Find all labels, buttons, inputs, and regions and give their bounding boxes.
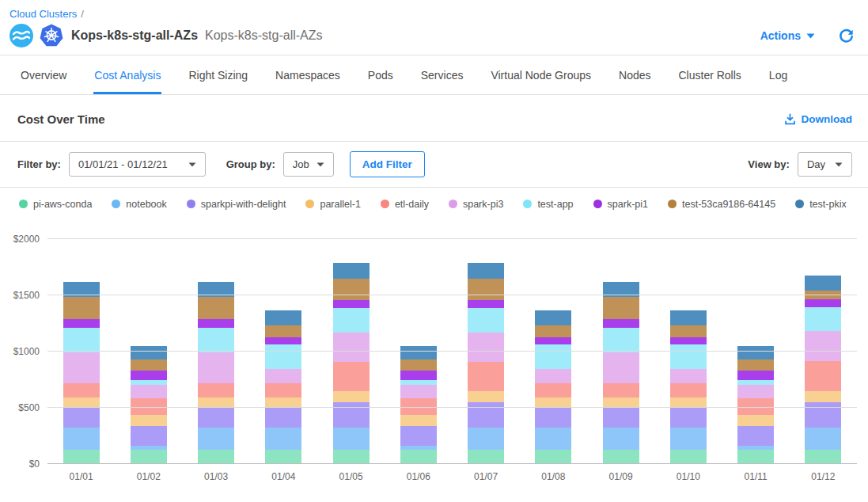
bar-segment-parallel-1[interactable] bbox=[333, 391, 370, 401]
bar-segment-spark-pi1[interactable] bbox=[400, 371, 437, 380]
legend-item-pi-aws-conda[interactable]: pi-aws-conda bbox=[19, 199, 92, 210]
bar-segment-spark-pi3[interactable] bbox=[400, 385, 437, 398]
bar-segment-notebook[interactable] bbox=[670, 428, 707, 450]
bar-segment-notebook[interactable] bbox=[535, 428, 571, 450]
bar-segment-etl-daily[interactable] bbox=[333, 362, 370, 392]
bar-segment-test-53ca9186-64145[interactable] bbox=[265, 325, 301, 337]
stacked-bar-01/11[interactable] bbox=[737, 346, 774, 464]
bar-segment-test-53ca9186-64145[interactable] bbox=[603, 297, 639, 319]
bar-segment-test-53ca9186-64145[interactable] bbox=[400, 359, 437, 370]
bar-segment-test-53ca9186-64145[interactable] bbox=[198, 297, 234, 319]
bar-segment-parallel-1[interactable] bbox=[535, 397, 571, 407]
add-filter-button[interactable]: Add Filter bbox=[350, 151, 425, 177]
bar-segment-test-app[interactable] bbox=[333, 308, 370, 333]
bar-segment-parallel-1[interactable] bbox=[265, 397, 301, 407]
stacked-bar-01/01[interactable] bbox=[63, 282, 100, 464]
bar-segment-spark-pi3[interactable] bbox=[131, 385, 167, 398]
bar-segment-spark-pi1[interactable] bbox=[131, 371, 167, 380]
tab-services[interactable]: Services bbox=[420, 55, 464, 94]
tab-right-sizing[interactable]: Right Sizing bbox=[188, 55, 248, 94]
bar-segment-test-pkix[interactable] bbox=[131, 346, 167, 359]
bar-segment-etl-daily[interactable] bbox=[805, 361, 841, 391]
tab-overview[interactable]: Overview bbox=[20, 55, 67, 94]
bar-segment-spark-pi3[interactable] bbox=[737, 385, 774, 398]
legend-item-notebook[interactable]: notebook bbox=[112, 199, 166, 210]
bar-segment-spark-pi3[interactable] bbox=[670, 369, 707, 383]
bar-segment-test-53ca9186-64145[interactable] bbox=[63, 297, 100, 319]
bar-segment-notebook[interactable] bbox=[198, 428, 234, 450]
bar-segment-test-app[interactable] bbox=[805, 307, 841, 332]
bar-segment-spark-pi1[interactable] bbox=[198, 319, 234, 328]
bar-segment-notebook[interactable] bbox=[468, 428, 504, 450]
bar-segment-pi-aws-conda[interactable] bbox=[63, 450, 100, 464]
legend-item-parallel-1[interactable]: parallel-1 bbox=[305, 199, 360, 210]
legend-item-spark-pi3[interactable]: spark-pi3 bbox=[449, 199, 503, 210]
download-button[interactable]: Download bbox=[784, 113, 853, 125]
legend-item-sparkpi-with-delight[interactable]: sparkpi-with-delight bbox=[187, 199, 286, 210]
bar-segment-notebook[interactable] bbox=[603, 428, 639, 450]
bar-segment-parallel-1[interactable] bbox=[805, 391, 841, 402]
bar-segment-test-pkix[interactable] bbox=[805, 276, 841, 290]
bar-segment-pi-aws-conda[interactable] bbox=[131, 450, 167, 464]
legend-item-test-app[interactable]: test-app bbox=[523, 199, 573, 210]
bar-segment-test-pkix[interactable] bbox=[265, 310, 301, 325]
bar-segment-sparkpi-with-delight[interactable] bbox=[198, 408, 234, 428]
bar-segment-pi-aws-conda[interactable] bbox=[400, 450, 437, 464]
tab-cluster-rolls[interactable]: Cluster Rolls bbox=[677, 55, 741, 94]
bar-segment-pi-aws-conda[interactable] bbox=[670, 450, 707, 464]
bar-segment-test-app[interactable] bbox=[603, 328, 639, 353]
bar-segment-spark-pi3[interactable] bbox=[198, 352, 234, 382]
bar-segment-etl-daily[interactable] bbox=[63, 383, 100, 397]
legend-item-etl-daily[interactable]: etl-daily bbox=[381, 199, 429, 210]
bar-segment-test-53ca9186-64145[interactable] bbox=[131, 359, 167, 370]
bar-segment-pi-aws-conda[interactable] bbox=[603, 450, 639, 464]
stacked-bar-01/06[interactable] bbox=[400, 346, 437, 464]
bar-segment-spark-pi1[interactable] bbox=[63, 319, 100, 328]
refresh-icon[interactable] bbox=[839, 29, 854, 44]
stacked-bar-01/03[interactable] bbox=[198, 282, 234, 464]
bar-segment-spark-pi3[interactable] bbox=[805, 331, 841, 361]
tab-namespaces[interactable]: Namespaces bbox=[275, 55, 341, 94]
bar-segment-etl-daily[interactable] bbox=[670, 383, 707, 397]
breadcrumb-link-cloud-clusters[interactable]: Cloud Clusters bbox=[9, 8, 77, 20]
view-by-select[interactable]: Day bbox=[798, 152, 852, 177]
bar-segment-spark-pi1[interactable] bbox=[805, 299, 841, 307]
stacked-bar-01/09[interactable] bbox=[603, 282, 639, 464]
bar-segment-pi-aws-conda[interactable] bbox=[468, 450, 504, 464]
bar-segment-spark-pi1[interactable] bbox=[333, 300, 370, 309]
bar-segment-spark-pi1[interactable] bbox=[265, 337, 301, 344]
bar-segment-parallel-1[interactable] bbox=[737, 415, 774, 426]
bar-segment-sparkpi-with-delight[interactable] bbox=[603, 408, 639, 428]
bar-segment-pi-aws-conda[interactable] bbox=[535, 450, 571, 464]
bar-segment-pi-aws-conda[interactable] bbox=[265, 450, 301, 464]
actions-button[interactable]: Actions bbox=[760, 29, 815, 42]
bar-segment-sparkpi-with-delight[interactable] bbox=[805, 402, 841, 428]
bar-segment-etl-daily[interactable] bbox=[198, 383, 234, 397]
bar-segment-spark-pi1[interactable] bbox=[468, 300, 504, 309]
bar-segment-test-app[interactable] bbox=[265, 344, 301, 369]
legend-item-spark-pi1[interactable]: spark-pi1 bbox=[593, 199, 648, 210]
stacked-bar-01/08[interactable] bbox=[535, 310, 571, 464]
bar-segment-notebook[interactable] bbox=[265, 428, 301, 450]
bar-segment-test-app[interactable] bbox=[468, 308, 504, 333]
bar-segment-test-pkix[interactable] bbox=[468, 263, 504, 279]
bar-segment-sparkpi-with-delight[interactable] bbox=[468, 402, 504, 428]
bar-segment-sparkpi-with-delight[interactable] bbox=[131, 426, 167, 446]
bar-segment-sparkpi-with-delight[interactable] bbox=[265, 407, 301, 428]
bar-segment-test-app[interactable] bbox=[535, 344, 571, 369]
bar-segment-spark-pi1[interactable] bbox=[535, 337, 571, 344]
tab-virtual-node-groups[interactable]: Virtual Node Groups bbox=[490, 55, 592, 94]
bar-segment-test-53ca9186-64145[interactable] bbox=[670, 325, 707, 337]
legend-item-test-53ca9186-64145[interactable]: test-53ca9186-64145 bbox=[668, 199, 775, 210]
bar-segment-etl-daily[interactable] bbox=[603, 383, 639, 397]
bar-segment-spark-pi3[interactable] bbox=[63, 352, 100, 382]
bar-segment-pi-aws-conda[interactable] bbox=[737, 450, 774, 464]
tab-pods[interactable]: Pods bbox=[367, 55, 394, 94]
date-range-select[interactable]: 01/01/21 - 01/12/21 bbox=[69, 152, 206, 177]
legend-item-test-pkix[interactable]: test-pkix bbox=[795, 199, 847, 210]
bar-segment-test-pkix[interactable] bbox=[400, 346, 437, 359]
bar-segment-test-53ca9186-64145[interactable] bbox=[535, 325, 571, 337]
bar-segment-test-app[interactable] bbox=[670, 344, 707, 369]
bar-segment-parallel-1[interactable] bbox=[131, 415, 167, 426]
stacked-bar-01/02[interactable] bbox=[131, 346, 167, 464]
